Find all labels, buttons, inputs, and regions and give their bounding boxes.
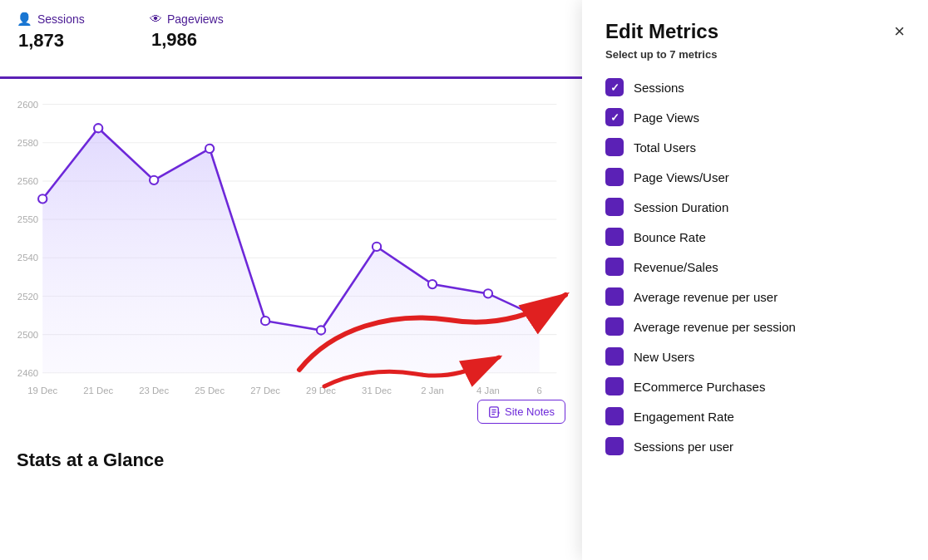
svg-text:27 Dec: 27 Dec bbox=[250, 386, 280, 395]
svg-text:31 Dec: 31 Dec bbox=[362, 386, 392, 395]
site-notes-icon bbox=[488, 406, 500, 418]
sessions-tab-label: Sessions bbox=[37, 12, 85, 26]
svg-text:2600: 2600 bbox=[17, 100, 38, 110]
svg-text:2540: 2540 bbox=[17, 253, 38, 263]
svg-text:2580: 2580 bbox=[17, 138, 38, 148]
panel-title: Edit Metrics bbox=[605, 20, 718, 43]
svg-point-25 bbox=[428, 280, 437, 288]
tabs-row: 👤 Sessions 1,873 👁 Pageviews 1,986 bbox=[0, 0, 582, 79]
pageviews-tab-label: Pageviews bbox=[167, 12, 224, 26]
panel-header: Edit Metrics × bbox=[605, 20, 905, 43]
metric-item-new-users[interactable]: New Users bbox=[605, 341, 905, 371]
metric-item-total-users[interactable]: Total Users bbox=[605, 132, 905, 162]
metric-item-sessions-per-user[interactable]: Sessions per user bbox=[605, 431, 905, 461]
svg-text:4 Jan: 4 Jan bbox=[476, 386, 500, 395]
svg-point-18 bbox=[38, 194, 47, 203]
metric-item-engagement-rate[interactable]: Engagement Rate bbox=[605, 401, 905, 431]
metric-item-bounce-rate[interactable]: Bounce Rate bbox=[605, 222, 905, 252]
metric-checkbox-ecommerce[interactable] bbox=[605, 377, 624, 395]
svg-text:2 Jan: 2 Jan bbox=[421, 386, 444, 395]
metric-item-page-views-user[interactable]: Page Views/User bbox=[605, 162, 905, 192]
metric-checkbox-page-views[interactable]: ✓ bbox=[605, 108, 624, 126]
metric-checkbox-revenue-sales[interactable] bbox=[605, 258, 624, 276]
metric-checkbox-page-views-user[interactable] bbox=[605, 168, 624, 186]
metric-checkbox-engagement-rate[interactable] bbox=[605, 407, 624, 425]
pageviews-tab-value: 1,986 bbox=[150, 29, 249, 51]
metric-label-session-duration: Session Duration bbox=[634, 200, 728, 214]
sessions-tab-value: 1,873 bbox=[17, 30, 116, 52]
metric-label-sessions-per-user: Sessions per user bbox=[634, 440, 733, 454]
metric-label-total-users: Total Users bbox=[634, 140, 696, 155]
metrics-list: ✓Sessions✓Page ViewsTotal UsersPage View… bbox=[605, 72, 905, 461]
chart-area: 2600 2580 2560 2550 2540 2520 2500 2460 bbox=[0, 79, 582, 436]
svg-point-27 bbox=[536, 313, 544, 322]
svg-text:2550: 2550 bbox=[17, 214, 38, 224]
svg-point-22 bbox=[261, 317, 269, 325]
site-notes-button[interactable]: Site Notes bbox=[477, 400, 565, 424]
metric-checkbox-total-users[interactable] bbox=[605, 138, 624, 156]
svg-text:2500: 2500 bbox=[17, 330, 38, 340]
metric-item-revenue-sales[interactable]: Revenue/Sales bbox=[605, 252, 905, 282]
svg-text:21 Dec: 21 Dec bbox=[83, 386, 113, 395]
metric-checkbox-sessions[interactable]: ✓ bbox=[605, 78, 624, 96]
svg-text:25 Dec: 25 Dec bbox=[195, 386, 225, 395]
line-chart: 2600 2580 2560 2550 2540 2520 2500 2460 bbox=[8, 87, 574, 411]
svg-point-20 bbox=[150, 176, 158, 184]
metric-label-bounce-rate: Bounce Rate bbox=[634, 230, 706, 244]
sessions-icon: 👤 bbox=[17, 12, 32, 27]
svg-text:2520: 2520 bbox=[17, 292, 38, 302]
edit-metrics-panel: Edit Metrics × Select up to 7 metrics ✓S… bbox=[582, 0, 928, 560]
metric-checkbox-new-users[interactable] bbox=[605, 347, 624, 366]
close-panel-button[interactable]: × bbox=[894, 22, 905, 41]
metric-checkbox-avg-revenue-user[interactable] bbox=[605, 287, 624, 306]
panel-subtitle: Select up to 7 metrics bbox=[605, 48, 905, 61]
metric-item-ecommerce[interactable]: ECommerce Purchases bbox=[605, 371, 905, 401]
svg-point-23 bbox=[317, 326, 325, 334]
pageviews-icon: 👁 bbox=[150, 12, 162, 26]
checkmark-icon: ✓ bbox=[610, 81, 619, 94]
svg-text:6: 6 bbox=[537, 386, 542, 395]
tab-pageviews[interactable]: 👁 Pageviews 1,986 bbox=[133, 0, 266, 76]
metric-label-page-views: Page Views bbox=[634, 111, 699, 125]
metric-label-sessions: Sessions bbox=[634, 81, 684, 95]
metric-checkbox-sessions-per-user[interactable] bbox=[605, 437, 624, 455]
metric-label-new-users: New Users bbox=[634, 350, 694, 364]
stats-at-glance-heading: Stats at a Glance bbox=[0, 436, 582, 484]
metric-checkbox-bounce-rate[interactable] bbox=[605, 228, 624, 246]
svg-text:29 Dec: 29 Dec bbox=[306, 386, 336, 395]
svg-text:19 Dec: 19 Dec bbox=[27, 386, 57, 395]
metric-label-engagement-rate: Engagement Rate bbox=[634, 410, 734, 424]
svg-point-26 bbox=[484, 289, 492, 297]
svg-point-21 bbox=[205, 145, 214, 153]
metric-item-sessions[interactable]: ✓Sessions bbox=[605, 72, 905, 102]
metric-label-page-views-user: Page Views/User bbox=[634, 170, 729, 184]
metric-label-revenue-sales: Revenue/Sales bbox=[634, 260, 718, 274]
metric-item-session-duration[interactable]: Session Duration bbox=[605, 192, 905, 222]
metric-label-ecommerce: ECommerce Purchases bbox=[634, 380, 765, 394]
metric-item-avg-revenue-session[interactable]: Average revenue per session bbox=[605, 312, 905, 341]
checkmark-icon: ✓ bbox=[610, 111, 619, 124]
svg-text:23 Dec: 23 Dec bbox=[139, 386, 169, 395]
metric-checkbox-avg-revenue-session[interactable] bbox=[605, 317, 624, 336]
svg-point-19 bbox=[94, 124, 102, 132]
svg-text:2560: 2560 bbox=[17, 176, 38, 186]
tab-sessions[interactable]: 👤 Sessions 1,873 bbox=[0, 0, 133, 79]
metric-item-page-views[interactable]: ✓Page Views bbox=[605, 102, 905, 132]
metric-label-avg-revenue-session: Average revenue per session bbox=[634, 320, 796, 334]
metric-item-avg-revenue-user[interactable]: Average revenue per user bbox=[605, 282, 905, 312]
site-notes-label: Site Notes bbox=[505, 405, 555, 418]
metric-checkbox-session-duration[interactable] bbox=[605, 198, 624, 216]
main-content: 👤 Sessions 1,873 👁 Pageviews 1,986 bbox=[0, 0, 582, 560]
svg-text:2460: 2460 bbox=[17, 368, 38, 378]
svg-point-24 bbox=[373, 243, 381, 251]
metric-label-avg-revenue-user: Average revenue per user bbox=[634, 290, 777, 304]
